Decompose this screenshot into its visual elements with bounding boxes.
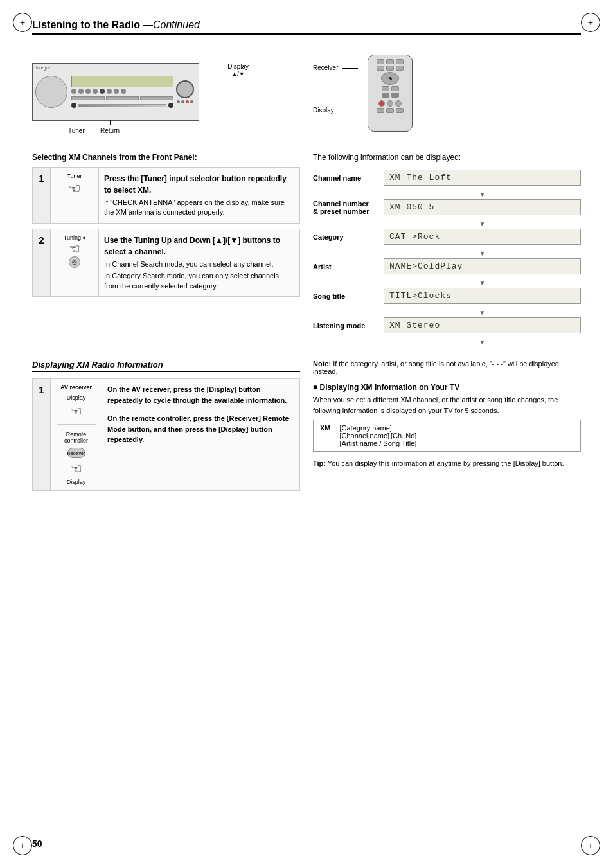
- page-title-bold: Listening to the Radio: [32, 19, 140, 31]
- page-header: Listening to the Radio —Continued: [32, 19, 581, 35]
- hand-icon-step1: ☜: [68, 182, 81, 196]
- panel-center: [71, 76, 173, 108]
- hand-icon-av: ☜: [71, 405, 82, 418]
- page-title-italic: —Continued: [143, 19, 200, 31]
- display-row-category: Category CAT >Rock: [313, 229, 581, 245]
- display-row-song-title: Song title TITL>Clocks: [313, 288, 581, 304]
- panel-left-circle: [35, 76, 67, 108]
- display-label-right: Display: [313, 107, 358, 114]
- corner-mark-br: [581, 836, 600, 855]
- displaying-title: Displaying XM Radio Information: [32, 360, 300, 372]
- step2-content: Use the Tuning Up and Down [▲]/[▼] butto…: [99, 229, 299, 296]
- receiver-btn-icon: Receiver: [67, 448, 85, 458]
- step2-icon: Tuning ♦ ☜ ◎: [51, 229, 99, 296]
- top-diagram-grid: Display ▲/▼ Integra: [32, 45, 581, 140]
- corner-mark-tr: [581, 13, 600, 32]
- display-info-table: Channel name XM The Loft ▼ Channel numbe…: [313, 170, 581, 346]
- display-label-left: Display ▲/▼: [227, 63, 249, 87]
- receiver-label: Receiver: [313, 64, 358, 71]
- info-section: The following information can be display…: [313, 153, 581, 347]
- selecting-section: Selecting XM Channels from the Front Pan…: [32, 153, 300, 347]
- panel-right: [173, 80, 196, 103]
- return-label: Return: [100, 127, 120, 134]
- volume-knob: [176, 80, 194, 98]
- panel-controls: [71, 89, 173, 94]
- panel-display: [71, 76, 173, 87]
- front-panel-diagram: Display ▲/▼ Integra: [32, 45, 300, 140]
- display-row-artist: Artist NAME>ColdPlay: [313, 258, 581, 274]
- display-row-listening-mode: Listening mode XM Stereo: [313, 317, 581, 333]
- info-intro: The following information can be display…: [313, 153, 581, 162]
- remote-text: On the remote controller, press the [Rec…: [107, 413, 294, 445]
- note-section: Note: If the category, artist, or song t…: [313, 360, 581, 375]
- step1-icon: Tuner ☜: [51, 168, 99, 223]
- remote-nav-btn: ⊕: [381, 72, 399, 85]
- tuning-knob-icon: ◎: [69, 256, 80, 268]
- displaying-section: Displaying XM Radio Information 1 AV rec…: [32, 360, 300, 491]
- receiver-diagram: Receiver Display: [313, 51, 581, 140]
- step1-number: 1: [33, 168, 51, 223]
- tv-info-table: XM [Category name] [Channel name] [Ch. N…: [313, 420, 581, 452]
- av-text: On the AV receiver, press the [Display] …: [107, 384, 294, 405]
- step2-row: 2 Tuning ♦ ☜ ◎ Use the Tuning Up and Dow…: [32, 229, 300, 297]
- hand-icon-remote: ☜: [71, 462, 82, 475]
- xm-tv-section: Displaying XM Information on Your TV Whe…: [313, 383, 581, 452]
- hand-icon-step2: ☜: [69, 242, 80, 255]
- tuner-label: Tuner: [68, 127, 85, 134]
- page-number: 50: [32, 838, 42, 849]
- display-row-channel-number: Channel number & preset number XM 050 5: [313, 199, 581, 215]
- display-row-channel-name: Channel name XM The Loft: [313, 170, 581, 186]
- tv-row-xm: XM [Category name] [Channel name] [Ch. N…: [320, 424, 574, 447]
- corner-mark-tl: [13, 13, 32, 32]
- step1-num-displaying: 1: [33, 379, 51, 490]
- step1-row: 1 Tuner ☜ Press the [Tuner] input select…: [32, 167, 300, 224]
- remote-control-image: ⊕: [368, 55, 413, 132]
- selecting-title: Selecting XM Channels from the Front Pan…: [32, 153, 300, 162]
- step1-content: Press the [Tuner] input selector button …: [99, 168, 299, 223]
- panel-brand-label: Integra: [36, 66, 50, 70]
- step1-icons-col: AV receiver Display ☜ Remote controller …: [51, 379, 102, 490]
- bottom-grid: Displaying XM Radio Information 1 AV rec…: [32, 360, 581, 491]
- front-panel-device: Integra: [32, 63, 199, 121]
- main-content-grid: Selecting XM Channels from the Front Pan…: [32, 153, 581, 347]
- step2-number: 2: [33, 229, 51, 296]
- corner-mark-bl: [13, 836, 32, 855]
- step1-text-col: On the AV receiver, press the [Display] …: [102, 379, 299, 490]
- right-notes-section: Note: If the category, artist, or song t…: [313, 360, 581, 491]
- displaying-step1: 1 AV receiver Display ☜ Remote controlle…: [32, 378, 300, 491]
- tip-section: Tip: You can display this information at…: [313, 459, 581, 467]
